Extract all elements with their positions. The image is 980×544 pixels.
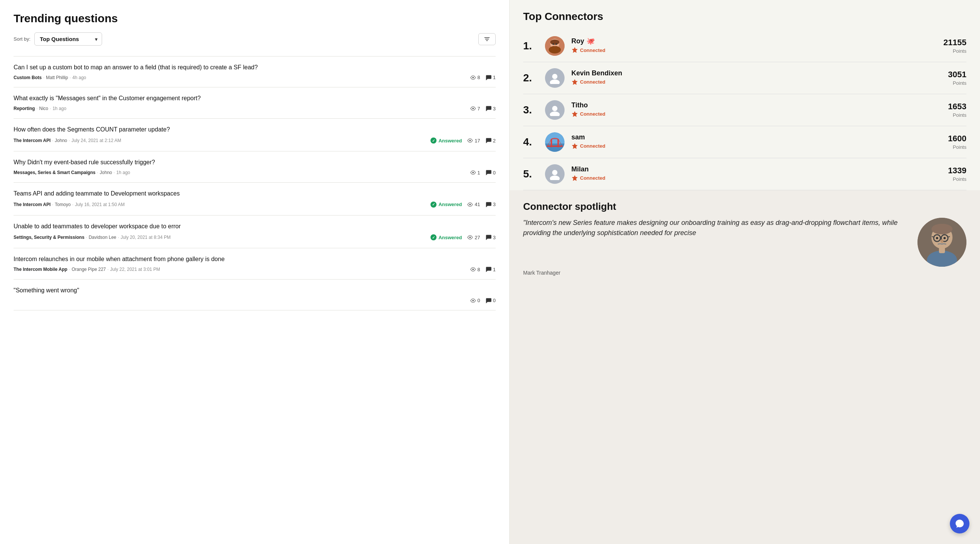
question-item[interactable]: What exactly is "Messages sent" in the C…: [14, 87, 496, 118]
svg-point-45: [943, 237, 946, 239]
top-connectors-section: Top Connectors 1. Roy 🐙: [509, 0, 980, 190]
user-icon: [549, 168, 561, 180]
connector-info: Roy 🐙 Connected: [571, 37, 937, 55]
question-meta: Settings, Security & Permissions·Davidso…: [14, 235, 170, 240]
svg-rect-1: [485, 39, 489, 40]
question-item[interactable]: Intercom relaunches in our mobile when a…: [14, 248, 496, 279]
meta-stats: ✓ Answered 27 3: [431, 234, 496, 241]
eye-icon: [470, 170, 476, 175]
check-icon: ✓: [431, 202, 436, 208]
spotlight-avatar-svg: [918, 218, 966, 267]
question-title: Can I set up a custom bot to map an answ…: [14, 63, 496, 72]
top-connectors-title: Top Connectors: [523, 11, 966, 22]
connector-rank: 1.: [523, 40, 538, 52]
sort-bar: Sort by: Top Questions Newest Unanswered: [14, 32, 496, 46]
sort-select-wrapper[interactable]: Top Questions Newest Unanswered: [34, 32, 102, 46]
connector-info: sam Connected: [571, 134, 941, 151]
svg-point-22: [550, 111, 560, 116]
question-meta-row: Custom Bots·Matt Phillip·4h ago 8 1: [14, 75, 496, 80]
comment-icon: [485, 75, 492, 80]
user-icon: [549, 72, 561, 84]
connector-emoji: 🐙: [586, 37, 595, 45]
comments-stat: 3: [485, 202, 496, 207]
sort-select[interactable]: Top Questions Newest Unanswered: [34, 32, 102, 46]
connector-name: Milan: [571, 165, 941, 173]
question-tags: The Intercom API: [14, 202, 51, 207]
connector-rank: 2.: [523, 72, 538, 84]
burst-icon: [571, 111, 578, 118]
connector-points: 21155 Points: [943, 38, 966, 54]
user-icon: [549, 104, 561, 116]
svg-point-10: [472, 300, 474, 301]
comment-icon: [485, 235, 492, 240]
question-list: Can I set up a custom bot to map an answ…: [14, 56, 496, 310]
question-meta-row: Messages, Series & Smart Campaigns·Johno…: [14, 170, 496, 175]
check-icon: ✓: [431, 137, 436, 143]
spotlight-content: "Intercom's new Series feature makes des…: [523, 218, 966, 267]
answered-badge: ✓ Answered: [431, 201, 462, 208]
meta-stats: 8 1: [470, 75, 496, 80]
question-meta-row: Settings, Security & Permissions·Davidso…: [14, 234, 496, 241]
spotlight-section: Connector spotlight "Intercom's new Seri…: [509, 190, 980, 544]
chat-icon: [955, 519, 964, 528]
connector-rank: 5.: [523, 168, 538, 180]
svg-line-43: [948, 237, 950, 237]
page-title: Trending questions: [14, 12, 496, 25]
points-label: Points: [953, 112, 966, 118]
eye-icon: [470, 75, 476, 80]
points-value: 1600: [948, 134, 966, 143]
question-item[interactable]: Can I set up a custom bot to map an answ…: [14, 57, 496, 87]
connector-item[interactable]: 3. Titho Connected 1653 Point: [523, 94, 966, 126]
svg-marker-17: [572, 47, 578, 53]
points-label: Points: [953, 144, 966, 150]
connector-item[interactable]: 4. sam: [523, 126, 966, 158]
meta-stats: 1 0: [470, 170, 496, 175]
question-meta: The Intercom Mobile App·Orange Pipe 227·…: [14, 267, 160, 272]
comments-stat: 0: [485, 170, 496, 175]
filter-button[interactable]: [478, 33, 496, 45]
svg-point-46: [940, 239, 943, 243]
svg-point-21: [552, 106, 557, 111]
points-label: Points: [953, 48, 966, 54]
views-stat: 0: [470, 297, 480, 303]
meta-stats: 8 1: [470, 267, 496, 272]
comments-stat: 2: [485, 138, 496, 143]
question-item[interactable]: "Something went wrong" 0 0: [14, 280, 496, 310]
views-stat: 27: [467, 235, 480, 240]
connector-item[interactable]: 5. Milan Connected 1339 Point: [523, 158, 966, 190]
question-title: What exactly is "Messages sent" in the C…: [14, 94, 496, 102]
svg-point-18: [552, 74, 557, 79]
connector-name: Roy 🐙: [571, 37, 937, 45]
svg-point-13: [549, 46, 561, 54]
connector-name: Kevin Bendixen: [571, 69, 941, 77]
avatar-placeholder: [545, 100, 565, 120]
question-item[interactable]: Why Didn't my event-based rule successfu…: [14, 151, 496, 182]
connector-rank: 3.: [523, 104, 538, 116]
question-item[interactable]: How often does the Segments COUNT parame…: [14, 119, 496, 151]
chat-button[interactable]: [950, 514, 969, 533]
comment-icon: [485, 202, 492, 207]
question-time: 1h ago: [116, 170, 130, 175]
question-item[interactable]: Teams API and adding teammate to Develop…: [14, 183, 496, 215]
spotlight-person-name: Mark Tranhager: [523, 270, 966, 276]
svg-marker-35: [572, 175, 578, 180]
burst-icon: [571, 143, 578, 150]
right-panel: Top Connectors 1. Roy 🐙: [509, 0, 980, 544]
connector-item[interactable]: 1. Roy 🐙 Conn: [523, 30, 966, 62]
connector-info: Kevin Bendixen Connected: [571, 69, 941, 87]
svg-point-15: [552, 43, 554, 45]
question-item[interactable]: Unable to add teammates to developer wor…: [14, 215, 496, 248]
connector-item[interactable]: 2. Kevin Bendixen Connected 3051: [523, 62, 966, 94]
svg-line-42: [932, 237, 934, 237]
answered-badge: ✓ Answered: [431, 234, 462, 241]
svg-point-38: [931, 224, 953, 234]
svg-point-33: [552, 170, 557, 175]
connector-info: Titho Connected: [571, 101, 941, 119]
burst-icon: [571, 79, 578, 86]
svg-point-44: [936, 237, 938, 239]
svg-point-7: [469, 204, 471, 205]
svg-rect-28: [547, 145, 563, 147]
sort-label: Sort by:: [14, 36, 30, 42]
views-stat: 17: [467, 138, 480, 143]
question-time: July 20, 2021 at 8:34 PM: [121, 235, 170, 240]
